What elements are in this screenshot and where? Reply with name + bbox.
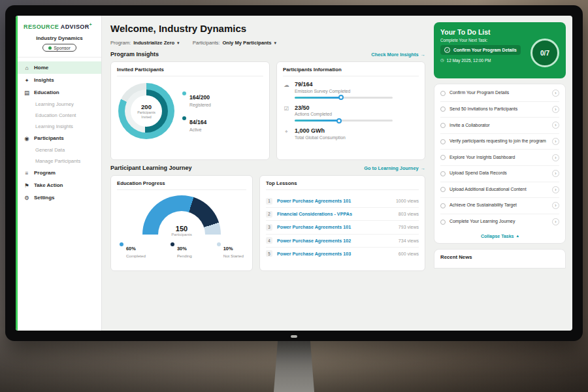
lesson-views: 793 views — [399, 225, 419, 229]
emission-progress-track — [295, 97, 393, 99]
lesson-views: 734 views — [399, 238, 419, 243]
participants-information-title: Participants Information — [283, 67, 419, 76]
sponsor-badge: Sponsor — [42, 44, 76, 52]
program-select-label: Program: — [110, 40, 131, 46]
task-row[interactable]: Invite a Collaborator › — [440, 118, 559, 134]
actions-label: Actions Completed — [295, 112, 393, 116]
task-row[interactable]: Complete Your Learning Journey › — [440, 214, 559, 230]
invited-donut-inner: 200 Participants Invited — [125, 90, 168, 133]
education-icon: ▤ — [24, 90, 30, 96]
chevron-up-icon: ▴ — [516, 233, 519, 238]
program-icon: ≡ — [24, 170, 30, 176]
sidebar-item-label: Education — [34, 90, 59, 95]
main-content: Welcome, Industry Dynamics Program: Indu… — [102, 16, 433, 331]
participants-icon: ◉ — [24, 135, 30, 142]
sidebar-item-label: Insights — [34, 77, 54, 83]
collapse-tasks-link[interactable]: Collapse Tasks ▴ — [440, 229, 559, 241]
task-checkbox[interactable] — [440, 155, 446, 160]
task-checkbox[interactable] — [440, 171, 446, 176]
legend-registered: 164/200 Registered — [182, 90, 211, 107]
lesson-row: 4 Power Purchase Agreements 102 734 view… — [266, 235, 419, 248]
participants-select-value: Only My Participants — [222, 40, 271, 46]
chevron-right-icon[interactable]: › — [552, 218, 559, 225]
task-row[interactable]: Upload Spend Data Records › — [440, 166, 559, 182]
actions-progress-track — [295, 120, 393, 122]
org-name: Industry Dynamics — [18, 35, 101, 41]
emission-survey-row: ☁ 79/164 Emission Survey Completed — [283, 81, 419, 99]
chevron-right-icon[interactable]: › — [552, 122, 559, 129]
sidebar-item-label: Participants — [34, 135, 64, 141]
settings-icon: ⚙ — [24, 195, 30, 201]
program-select-value: Industrialize Zero — [133, 40, 174, 46]
task-row[interactable]: Explore Your Insights Dashboard › — [440, 150, 559, 166]
sidebar-item-take-action[interactable]: ⚑ Take Action — [18, 179, 101, 191]
consumption-icon: ⌖ — [283, 128, 290, 135]
task-row[interactable]: Upload Additional Educational Content › — [440, 182, 559, 199]
program-select[interactable]: Program: Industrialize Zero ▾ — [110, 40, 180, 46]
sidebar-item-settings[interactable]: ⚙ Settings — [18, 191, 101, 204]
lesson-link[interactable]: Power Purchase Agreements 102 — [277, 238, 394, 244]
task-label: Confirm Your Program Details — [449, 90, 548, 96]
task-checkbox[interactable] — [440, 220, 446, 225]
logo-text-resource: RESOURCE — [24, 24, 59, 30]
emission-icon: ☁ — [283, 82, 290, 88]
sidebar-item-home[interactable]: ⌂ Home — [18, 61, 101, 74]
chevron-right-icon[interactable]: › — [552, 154, 559, 161]
task-row[interactable]: Achieve One Sustainability Target › — [440, 198, 559, 214]
go-to-learning-journey-link[interactable]: Go to Learning Journey → — [364, 165, 425, 171]
sidebar-item-manage-participants[interactable]: Manage Participants — [18, 155, 101, 167]
registered-label: Registered — [189, 103, 211, 107]
check-more-insights-label: Check More Insights — [371, 52, 418, 57]
task-checkbox[interactable] — [440, 187, 446, 192]
sidebar-item-learning-insights[interactable]: Learning Insights — [18, 121, 101, 132]
sidebar-item-general-data[interactable]: General Data — [18, 144, 101, 155]
task-checkbox[interactable] — [440, 203, 446, 208]
arrow-right-icon: → — [421, 52, 425, 57]
lesson-link[interactable]: Power Purchase Agreements 103 — [277, 251, 394, 257]
todo-panel: Your To Do List Complete Your Next Task:… — [433, 16, 572, 331]
lesson-row: 3 Power Purchase Agreements 101 793 view… — [266, 221, 419, 234]
sidebar-item-program[interactable]: ≡ Program — [18, 167, 101, 179]
chevron-right-icon[interactable]: › — [552, 202, 559, 209]
check-more-insights-link[interactable]: Check More Insights → — [371, 52, 425, 57]
task-checkbox[interactable] — [440, 139, 446, 144]
go-to-learning-journey-label: Go to Learning Journey — [364, 165, 418, 171]
program-insights-title: Program Insights — [110, 51, 159, 57]
chevron-right-icon[interactable]: › — [552, 186, 559, 193]
legend-completed: 60% Completed — [120, 241, 146, 258]
monitor-stand — [274, 340, 314, 392]
task-row[interactable]: Confirm Your Program Details › — [440, 86, 559, 102]
not-started-value: 10% — [223, 246, 233, 252]
todo-summary-card: Your To Do List Complete Your Next Task:… — [434, 22, 566, 78]
todo-due-date-label: 12 May 2025, 12:00 PM — [447, 58, 491, 63]
chevron-right-icon[interactable]: › — [552, 138, 559, 145]
todo-next-task[interactable]: ✓ Confirm Your Program Details — [440, 45, 521, 55]
page-title: Welcome, Industry Dynamics — [110, 23, 425, 34]
sidebar-item-education[interactable]: ▤ Education — [18, 86, 101, 99]
chevron-right-icon[interactable]: › — [552, 106, 559, 113]
completed-label: Completed — [126, 253, 146, 258]
learning-journey-header: Participant Learning Journey Go to Learn… — [110, 165, 425, 171]
education-gauge-center: 150 Participants — [142, 225, 221, 237]
education-progress-title: Education Progress — [117, 180, 246, 190]
recent-news-header[interactable]: Recent News — [434, 249, 566, 269]
arrow-right-icon: → — [421, 165, 425, 171]
sidebar-item-learning-journey[interactable]: Learning Journey — [18, 99, 101, 110]
actions-progress-knob — [336, 118, 342, 123]
sidebar-item-participants[interactable]: ◉ Participants — [18, 132, 101, 144]
chevron-right-icon[interactable]: › — [552, 90, 559, 97]
task-row[interactable]: Send 50 Invitations to Participants › — [440, 102, 559, 118]
chevron-right-icon[interactable]: › — [552, 170, 559, 177]
task-checkbox[interactable] — [440, 123, 446, 128]
task-checkbox[interactable] — [440, 106, 446, 112]
lesson-link[interactable]: Power Purchase Agreements 101 — [277, 224, 394, 230]
insights-icon: ✦ — [24, 77, 30, 84]
emission-label: Emission Survey Completed — [295, 89, 393, 93]
participants-select[interactable]: Participants: Only My Participants ▾ — [193, 40, 276, 46]
lesson-link[interactable]: Power Purchase Agreements 101 — [277, 198, 391, 204]
task-row[interactable]: Verify participants requesting to join t… — [440, 134, 559, 150]
sidebar-item-education-content[interactable]: Education Content — [18, 110, 101, 121]
task-checkbox[interactable] — [440, 91, 446, 96]
sidebar-item-insights[interactable]: ✦ Insights — [18, 74, 101, 86]
lesson-link[interactable]: Financial Considerations - VPPAs — [277, 211, 394, 217]
